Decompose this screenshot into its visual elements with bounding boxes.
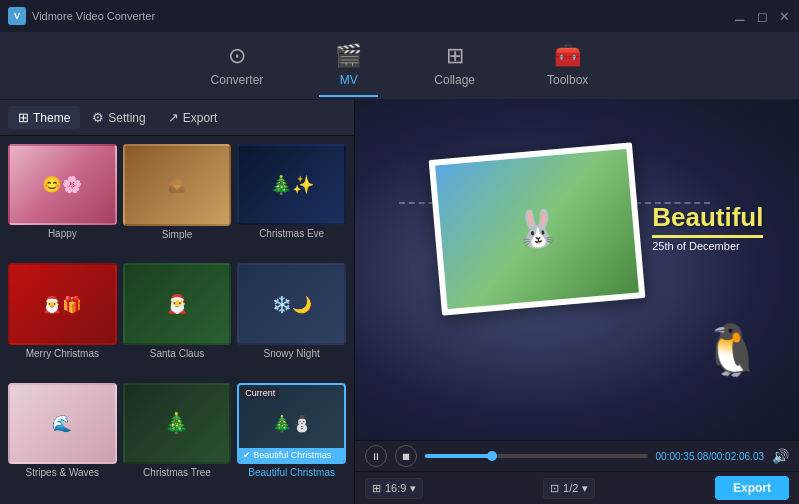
- tab-collage-label: Collage: [434, 73, 475, 87]
- tab-mv-label: MV: [340, 73, 358, 87]
- settings-icon: ⚙: [92, 110, 104, 125]
- theme-happy[interactable]: 😊🌸 Happy: [8, 144, 117, 257]
- scene-subtitle: 25th of December: [652, 240, 763, 252]
- export-button-sub[interactable]: ↗ Export: [158, 106, 228, 129]
- theme-simple-label: Simple: [162, 229, 193, 240]
- collage-icon: ⊞: [446, 43, 464, 69]
- left-panel: ⊞ Theme ⚙ Setting ↗ Export 😊🌸 Happy: [0, 100, 355, 504]
- theme-santa-claus-label: Santa Claus: [150, 348, 204, 359]
- export-icon: ↗: [168, 110, 179, 125]
- playback-bar: ⏸ ⏹ 00:00:35.08/00:02:06.03 🔊: [355, 440, 799, 471]
- titlebar-left: V Vidmore Video Converter: [8, 7, 155, 25]
- segment-icon: ⊡: [550, 482, 559, 495]
- time-display: 00:00:35.08/00:02:06.03: [656, 451, 764, 462]
- theme-christmas-tree[interactable]: 🎄 Christmas Tree: [123, 383, 232, 496]
- minimize-button[interactable]: ⚊: [733, 9, 747, 23]
- theme-stripes-waves[interactable]: 🌊 Stripes & Waves: [8, 383, 117, 496]
- tab-converter[interactable]: ⊙ Converter: [195, 35, 280, 97]
- ratio-dropdown-arrow: ▾: [410, 482, 416, 495]
- app-title: Vidmore Video Converter: [32, 10, 155, 22]
- grid-icon: ⊞: [18, 110, 29, 125]
- tab-converter-label: Converter: [211, 73, 264, 87]
- pause-button[interactable]: ⏸: [365, 445, 387, 467]
- toolbox-icon: 🧰: [554, 43, 581, 69]
- segment-dropdown-arrow: ▾: [582, 482, 588, 495]
- mv-icon: 🎬: [335, 43, 362, 69]
- theme-merry-christmas-label: Merry Christmas: [26, 348, 99, 359]
- right-panel: 🐰 🐧 Beautiful 25th of December ⏸ ⏹ 00: [355, 100, 799, 504]
- segment-select[interactable]: ⊡ 1/2 ▾: [543, 478, 595, 499]
- theme-beautiful-christmas-label: Beautiful Christmas: [248, 467, 335, 478]
- preview-area: 🐰 🐧 Beautiful 25th of December: [355, 100, 799, 440]
- scene-penguin: 🐧: [701, 321, 763, 379]
- theme-christmas-eve[interactable]: 🎄✨ Christmas Eve: [237, 144, 346, 257]
- window-controls: ⚊ ◻ ✕: [733, 9, 791, 23]
- tab-toolbox[interactable]: 🧰 Toolbox: [531, 35, 604, 97]
- theme-button[interactable]: ⊞ Theme: [8, 106, 80, 129]
- titlebar: V Vidmore Video Converter ⚊ ◻ ✕: [0, 0, 799, 32]
- nav-tabs: ⊙ Converter 🎬 MV ⊞ Collage 🧰 Toolbox: [0, 32, 799, 100]
- selected-badge: ✔ Beautiful Christmas: [239, 448, 344, 462]
- progress-thumb: [487, 451, 497, 461]
- close-button[interactable]: ✕: [777, 9, 791, 23]
- theme-snowy-night-label: Snowy Night: [264, 348, 320, 359]
- progress-fill: [425, 454, 492, 458]
- scene-title: Beautiful: [652, 202, 763, 233]
- maximize-button[interactable]: ◻: [755, 9, 769, 23]
- app-logo: V: [8, 7, 26, 25]
- theme-christmas-tree-label: Christmas Tree: [143, 467, 211, 478]
- theme-grid: 😊🌸 Happy 🌄 Simple 🎄✨ Christmas Eve: [0, 136, 354, 504]
- scene-card-inner: 🐰: [428, 142, 645, 315]
- tab-collage[interactable]: ⊞ Collage: [418, 35, 491, 97]
- tab-mv[interactable]: 🎬 MV: [319, 35, 378, 97]
- setting-button[interactable]: ⚙ Setting: [82, 106, 155, 129]
- sub-toolbar: ⊞ Theme ⚙ Setting ↗ Export: [0, 100, 354, 136]
- stop-button[interactable]: ⏹: [395, 445, 417, 467]
- progress-bar[interactable]: [425, 454, 648, 458]
- theme-santa-claus[interactable]: 🎅 Santa Claus: [123, 263, 232, 376]
- theme-beautiful-christmas[interactable]: 🎄⛄ Current ✔ Beautiful Christmas Beautif…: [237, 383, 346, 496]
- scene-underline: [652, 235, 763, 238]
- ratio-select[interactable]: ⊞ 16:9 ▾: [365, 478, 423, 499]
- scene-card-image: 🐰: [435, 149, 639, 309]
- scene-text-overlay: Beautiful 25th of December: [652, 202, 763, 252]
- current-badge: Current: [241, 387, 279, 399]
- scene-card: 🐰: [428, 142, 645, 315]
- theme-stripes-waves-label: Stripes & Waves: [26, 467, 100, 478]
- export-button[interactable]: Export: [715, 476, 789, 500]
- theme-christmas-eve-label: Christmas Eve: [259, 228, 324, 239]
- theme-simple[interactable]: 🌄 Simple: [123, 144, 232, 257]
- ratio-icon: ⊞: [372, 482, 381, 495]
- bottom-controls-bar: ⊞ 16:9 ▾ ⊡ 1/2 ▾ Export: [355, 471, 799, 504]
- tab-toolbox-label: Toolbox: [547, 73, 588, 87]
- theme-happy-label: Happy: [48, 228, 77, 239]
- theme-merry-christmas[interactable]: 🎅🎁 Merry Christmas: [8, 263, 117, 376]
- theme-snowy-night[interactable]: ❄️🌙 Snowy Night: [237, 263, 346, 376]
- volume-icon[interactable]: 🔊: [772, 448, 789, 464]
- main-area: ⊞ Theme ⚙ Setting ↗ Export 😊🌸 Happy: [0, 100, 799, 504]
- converter-icon: ⊙: [228, 43, 246, 69]
